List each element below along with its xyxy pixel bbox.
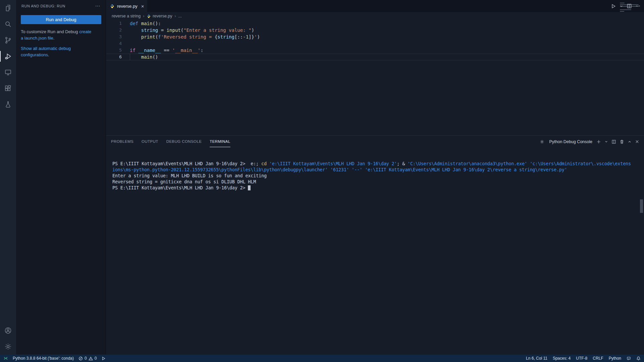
terminal-scrollbar[interactable] [640,199,643,213]
source-control-icon[interactable] [0,32,16,48]
run-status-icon[interactable] [101,356,106,361]
code-token: ) [257,34,260,40]
code-token: string [141,27,158,33]
tab-close-icon[interactable]: × [141,3,144,9]
terminal-text: ions\ms-python.python-2021.12.1559732655… [112,167,567,172]
terminal-line: ions\ms-python.python-2021.12.1559732655… [112,167,644,173]
testing-icon[interactable] [0,97,16,113]
extensions-icon[interactable] [0,80,16,97]
line-number: 2 [106,27,122,34]
panel-header: PROBLEMS OUTPUT DEBUG CONSOLE TERMINAL P… [106,136,644,147]
terminal-profile-dropdown-icon[interactable] [604,140,608,143]
terminal-text: Enter a string value: MLH LHD BUILD is s… [112,173,267,178]
python-interpreter-status[interactable]: Python 3.8.8 64-bit ('base': conda) [13,356,74,361]
search-icon[interactable] [0,16,16,32]
notifications-bell-icon[interactable] [636,356,641,361]
explorer-icon[interactable] [0,0,16,16]
encoding-status[interactable]: UTF-8 [576,356,587,361]
activity-bar [0,0,16,355]
code-token: 'Reversed string = [161,34,215,40]
code-token: } [252,34,254,40]
remote-explorer-icon[interactable] [0,64,16,80]
status-bar-right: Ln 6, Col 11 Spaces: 4 UTF-8 CRLF Python [526,356,641,361]
tab-problems[interactable]: PROBLEMS [111,136,133,147]
close-panel-icon[interactable] [635,139,639,144]
code-token: '__main__' [172,48,200,53]
bottom-panel: PROBLEMS OUTPUT DEBUG CONSOLE TERMINAL P… [106,135,644,355]
tab-label: reverse.py [117,4,138,9]
run-and-debug-button[interactable]: Run and Debug [21,15,101,24]
code-text [122,40,130,47]
code-token: __name__ [138,48,161,53]
code-text: main() [122,54,158,60]
code-token [130,34,141,40]
breadcrumb-symbol[interactable]: ... [178,14,182,18]
show-all-configurations-link[interactable]: Show all automatic debug configurations [21,46,71,57]
customize-hint-text: To customize Run and Debug [21,29,79,34]
sidebar-title: RUN AND DEBUG: RUN [21,4,95,8]
maximize-panel-icon[interactable] [628,140,632,144]
run-and-debug-icon[interactable] [0,48,16,64]
show-configurations-hint: Show all automatic debug configurations. [21,46,93,58]
code-token: f [158,34,161,40]
code-token: "Enter a string value: " [183,27,251,33]
sidebar-header: RUN AND DEBUG: RUN ⋯ [16,0,106,12]
terminal-text: cd [261,161,269,166]
terminal-profile-label[interactable]: Python Debug Console [549,139,592,144]
code-token: print [141,34,155,40]
terminal-actions: Python Debug Console [540,139,639,144]
code-line: 2 string = input("Enter a string value: … [106,27,644,34]
code-line: 5if __name__ == '__main__': [106,47,644,54]
status-bar-left: Python 3.8.8 64-bit ('base': conda) 0 0 [3,356,106,361]
code-token: [:: [234,34,243,40]
code-token: == [161,48,172,53]
python-file-icon [147,14,151,18]
breadcrumb-symbol-label: ... [178,14,182,18]
new-terminal-icon[interactable] [596,139,601,144]
terminal-output[interactable]: PS E:\IIIT Kottayam\Events\MLH LHD Jan 9… [106,148,644,355]
minimap-line [620,6,639,7]
minimap-line [620,4,639,5]
settings-gear-icon[interactable] [0,339,16,355]
tab-output[interactable]: OUTPUT [142,136,158,147]
code-text: def main(): [122,20,161,27]
account-icon[interactable] [0,322,16,339]
sidebar-more-icon[interactable]: ⋯ [95,0,101,12]
terminal-text: PS E:\IIIT Kottayam\Events\MLH LHD Jan 9… [112,185,248,190]
terminal-line: PS E:\IIIT Kottayam\Events\MLH LHD Jan 9… [112,185,644,191]
code-token: main [141,54,153,60]
terminal-profile-gear-icon[interactable] [540,139,544,144]
kill-terminal-icon[interactable] [620,139,624,144]
terminal-text: PS E:\IIIT Kottayam\Events\MLH LHD Jan 9… [112,161,248,166]
terminal-text: 'e:\IIIT Kottayam\Events\MLH LHD Jan 9-1… [269,161,397,166]
indentation-status[interactable]: Spaces: 4 [553,356,571,361]
split-terminal-icon[interactable] [611,139,616,144]
code-token: : [201,48,203,53]
code-editor[interactable]: 1def main():2 string = input("Enter a st… [106,20,644,135]
terminal-text: Reversed string = gniticxe dna nuf os si… [112,179,256,184]
breadcrumb-file[interactable]: reverse.py [147,14,172,18]
language-mode-status[interactable]: Python [609,356,621,361]
code-line: 3 print(f'Reversed string = {string[::-1… [106,34,644,40]
feedback-smiley-icon[interactable] [627,356,631,361]
eol-status[interactable]: CRLF [593,356,603,361]
code-token: string [217,34,234,40]
run-python-file-icon[interactable] [610,3,616,9]
code-token: input [167,27,181,33]
cursor-position-status[interactable]: Ln 6, Col 11 [526,356,547,361]
status-bar: Python 3.8.8 64-bit ('base': conda) 0 0 … [0,355,644,362]
chevron-right-icon: › [175,14,176,18]
tab-debug-console[interactable]: DEBUG CONSOLE [166,136,202,147]
tab-reverse-py[interactable]: reverse.py × [106,0,147,12]
chevron-right-icon: › [143,14,144,18]
code-token: if [130,48,138,53]
tab-terminal[interactable]: TERMINAL [210,136,230,147]
code-token: = [158,27,166,33]
show-configurations-period: . [48,52,49,57]
minimap[interactable] [620,3,639,13]
problems-status[interactable]: 0 0 [78,356,97,361]
breadcrumb-folder[interactable]: reverse a string [112,14,141,18]
tab-bar: reverse.py × [106,0,644,12]
remote-indicator-icon[interactable] [3,356,8,361]
terminal-text: 'c:\Users\Administrator\.vscode\extens [530,161,631,166]
